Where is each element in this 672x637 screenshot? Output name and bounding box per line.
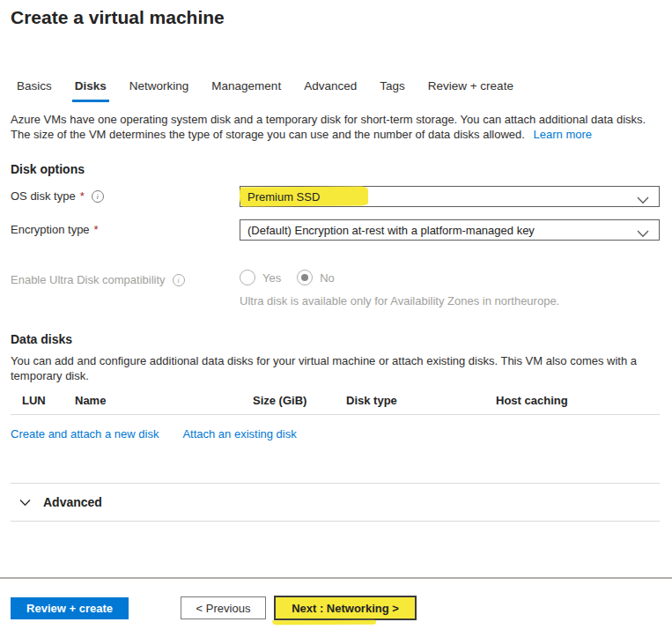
divider	[11, 521, 660, 522]
column-header-host-caching: Host caching	[496, 394, 568, 407]
column-header-lun: LUN	[22, 394, 46, 407]
create-vm-page: Create a virtual machine Basics Disks Ne…	[0, 0, 672, 637]
tab-disks[interactable]: Disks	[72, 79, 109, 102]
radio-unselected-icon	[240, 270, 255, 285]
column-header-name: Name	[75, 394, 106, 407]
tab-review-create[interactable]: Review + create	[425, 79, 516, 102]
data-disks-heading: Data disks	[11, 332, 72, 346]
encryption-type-label: Encryption type *	[11, 223, 99, 236]
required-marker: *	[94, 223, 99, 236]
disk-options-heading: Disk options	[11, 162, 85, 176]
next-networking-button[interactable]: Next : Networking >	[274, 596, 417, 620]
intro-text: Azure VMs have one operating system disk…	[11, 112, 664, 142]
encryption-type-value: (Default) Encryption at-rest with a plat…	[247, 224, 535, 237]
tab-advanced[interactable]: Advanced	[301, 79, 359, 102]
os-disk-type-label-text: OS disk type	[11, 189, 76, 203]
encryption-type-select[interactable]: (Default) Encryption at-rest with a plat…	[240, 219, 660, 241]
ultra-disk-radio-yes: Yes	[240, 270, 281, 285]
encryption-type-label-text: Encryption type	[11, 223, 90, 236]
tab-basics[interactable]: Basics	[14, 79, 55, 102]
review-create-button[interactable]: Review + create	[11, 597, 129, 619]
divider	[11, 483, 660, 484]
ultra-disk-radio-no: No	[297, 270, 335, 285]
radio-yes-label: Yes	[262, 271, 281, 285]
yellow-highlight-next-button	[272, 620, 376, 626]
advanced-section-toggle[interactable]: Advanced	[19, 495, 102, 509]
ultra-disk-label-text: Enable Ultra Disk compatibility	[11, 273, 166, 286]
data-disks-description: You can add and configure additional dat…	[11, 353, 658, 383]
chevron-down-icon	[19, 496, 31, 509]
table-header-divider	[11, 414, 660, 415]
os-disk-type-select[interactable]: Premium SSD	[240, 186, 660, 207]
chevron-down-icon	[637, 227, 649, 241]
data-disks-table-header: LUN Name Size (GiB) Disk type Host cachi…	[11, 394, 660, 413]
tab-networking[interactable]: Networking	[127, 79, 192, 102]
footer-divider	[0, 577, 672, 579]
data-disks-links: Create and attach a new disk Attach an e…	[11, 427, 297, 441]
learn-more-link[interactable]: Learn more	[534, 128, 592, 141]
os-disk-type-label: OS disk type * i	[11, 189, 104, 203]
chevron-down-icon	[637, 194, 649, 207]
info-icon[interactable]: i	[92, 190, 104, 203]
previous-button[interactable]: < Previous	[181, 596, 266, 619]
page-title: Create a virtual machine	[11, 7, 225, 28]
tab-bar: Basics Disks Networking Management Advan…	[5, 79, 525, 102]
intro-line-1: Azure VMs have one operating system disk…	[11, 112, 664, 127]
info-icon: i	[173, 274, 185, 286]
create-attach-new-disk-link[interactable]: Create and attach a new disk	[11, 427, 159, 441]
column-header-size: Size (GiB)	[253, 394, 306, 407]
ultra-disk-radio-group: Yes No	[240, 270, 335, 285]
advanced-section-label: Advanced	[43, 495, 102, 509]
tab-management[interactable]: Management	[209, 79, 284, 102]
ultra-disk-note: Ultra disk is available only for Availab…	[240, 294, 559, 307]
tab-tags[interactable]: Tags	[377, 79, 408, 102]
column-header-disk-type: Disk type	[346, 394, 397, 407]
radio-selected-icon	[297, 270, 313, 285]
radio-no-label: No	[320, 271, 335, 285]
attach-existing-disk-link[interactable]: Attach an existing disk	[182, 427, 296, 441]
intro-line-2: The size of the VM determines the type o…	[11, 128, 525, 141]
ultra-disk-label: Enable Ultra Disk compatibility i	[11, 273, 185, 286]
os-disk-type-value: Premium SSD	[247, 190, 320, 204]
required-marker: *	[80, 189, 85, 203]
